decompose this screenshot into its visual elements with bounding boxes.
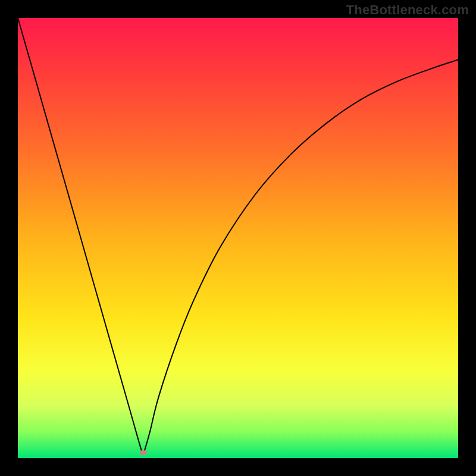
chart-frame: TheBottleneck.com <box>0 0 476 476</box>
bottleneck-chart <box>18 18 458 458</box>
chart-marker <box>140 450 147 455</box>
watermark-label: TheBottleneck.com <box>346 2 469 18</box>
